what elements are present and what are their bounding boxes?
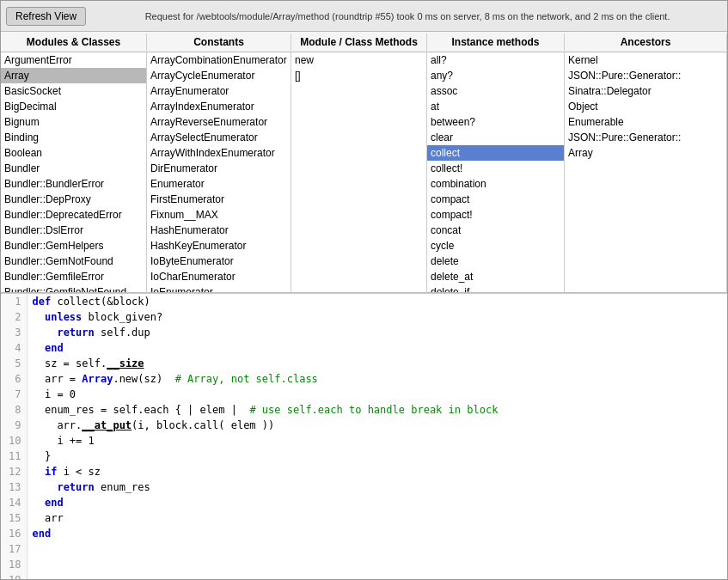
code-row: 10 i += 1 xyxy=(1,433,727,449)
line-number: 13 xyxy=(1,479,27,495)
line-content: arr xyxy=(27,510,727,526)
list-item[interactable]: clear xyxy=(427,130,564,145)
line-number: 16 xyxy=(1,526,27,541)
line-number: 18 xyxy=(1,557,27,572)
list-item[interactable]: between? xyxy=(427,114,564,130)
list-item[interactable]: Fixnum__MAX xyxy=(147,207,291,223)
line-number: 12 xyxy=(1,464,27,479)
class-methods-list[interactable]: new[] xyxy=(291,52,426,292)
code-row: 3 return self.dup xyxy=(1,325,727,340)
list-item[interactable]: Bignum xyxy=(1,114,146,130)
list-item[interactable]: Sinatra::Delegator xyxy=(565,83,726,99)
list-item[interactable]: [] xyxy=(291,68,426,83)
line-number: 15 xyxy=(1,510,27,526)
list-item[interactable]: IoEnumerator xyxy=(147,284,291,292)
list-item[interactable]: Enumerator xyxy=(147,176,291,192)
list-item[interactable]: Kernel xyxy=(565,52,726,68)
constants-list[interactable]: ArrayCombinationEnumeratorArrayCycleEnum… xyxy=(147,52,291,292)
list-item[interactable]: compact! xyxy=(427,207,564,223)
list-item[interactable]: IoCharEnumerator xyxy=(147,269,291,284)
line-content: unless block_given? xyxy=(27,309,727,325)
list-item[interactable]: Array xyxy=(565,145,726,161)
list-item[interactable]: Object xyxy=(565,99,726,114)
code-area[interactable]: 1def collect(&block)2 unless block_given… xyxy=(1,294,727,579)
list-item[interactable]: collect! xyxy=(427,161,564,176)
list-item[interactable]: assoc xyxy=(427,83,564,99)
list-item[interactable]: Bundler::DepProxy xyxy=(1,192,146,207)
list-item[interactable]: Bundler::DslError xyxy=(1,223,146,238)
list-item[interactable]: delete_at xyxy=(427,269,564,284)
list-item[interactable]: Array xyxy=(1,68,146,83)
list-item[interactable]: Bundler xyxy=(1,161,146,176)
list-item[interactable]: IoByteEnumerator xyxy=(147,253,291,269)
list-item[interactable]: DirEnumerator xyxy=(147,161,291,176)
list-item[interactable]: JSON::Pure::Generator:: xyxy=(565,68,726,83)
list-item[interactable]: delete xyxy=(427,253,564,269)
col-header-instance: Instance methods xyxy=(427,34,565,51)
list-item[interactable]: ArrayWithIndexEnumerator xyxy=(147,145,291,161)
list-item[interactable]: BasicSocket xyxy=(1,83,146,99)
list-item[interactable]: Enumerable xyxy=(565,114,726,130)
line-content: end xyxy=(27,495,727,510)
list-item[interactable]: ArgumentError xyxy=(1,52,146,68)
list-item[interactable]: Binding xyxy=(1,130,146,145)
list-item[interactable]: Bundler::GemHelpers xyxy=(1,238,146,253)
list-item[interactable]: ArrayCycleEnumerator xyxy=(147,68,291,83)
list-item[interactable]: ArrayCombinationEnumerator xyxy=(147,52,291,68)
column-headers: Modules & Classes Constants Module / Cla… xyxy=(1,32,727,52)
list-item[interactable]: compact xyxy=(427,192,564,207)
col-header-modules: Modules & Classes xyxy=(1,34,147,51)
code-row: 14 end xyxy=(1,495,727,510)
code-row: 8 enum_res = self.each { | elem | # use … xyxy=(1,402,727,418)
list-item[interactable]: Bundler::GemfileError xyxy=(1,269,146,284)
list-item[interactable]: collect xyxy=(427,145,564,161)
list-item[interactable]: Boolean xyxy=(1,145,146,161)
list-item[interactable]: ArraySelectEnumerator xyxy=(147,130,291,145)
list-item[interactable]: Bundler::DeprecatedError xyxy=(1,207,146,223)
code-row: 6 arr = Array.new(sz) # Array, not self.… xyxy=(1,371,727,387)
line-content xyxy=(27,541,727,557)
code-row: 9 arr.__at_put(i, block.call( elem )) xyxy=(1,418,727,433)
line-content: if i < sz xyxy=(27,464,727,479)
list-item[interactable]: Bundler::GemfileNotFound xyxy=(1,284,146,292)
list-item[interactable]: BigDecimal xyxy=(1,99,146,114)
list-item[interactable]: delete_if xyxy=(427,284,564,292)
line-content xyxy=(27,557,727,572)
top-bar: Refresh View Request for /webtools/modul… xyxy=(1,1,727,32)
list-item[interactable]: all? xyxy=(427,52,564,68)
line-content: i = 0 xyxy=(27,387,727,402)
line-number: 19 xyxy=(1,572,27,579)
list-item[interactable]: new xyxy=(291,52,426,68)
list-item[interactable]: FirstEnumerator xyxy=(147,192,291,207)
list-item[interactable]: Bundler::GemNotFound xyxy=(1,253,146,269)
list-item[interactable]: JSON::Pure::Generator:: xyxy=(565,130,726,145)
modules-list[interactable]: ArgumentErrorArrayBasicSocketBigDecimalB… xyxy=(1,52,146,292)
line-number: 11 xyxy=(1,449,27,464)
list-item[interactable]: HashEnumerator xyxy=(147,223,291,238)
ancestors-column: KernelJSON::Pure::Generator::Sinatra::De… xyxy=(565,52,727,292)
instance-methods-list[interactable]: all?any?assocatbetween?clearcollectcolle… xyxy=(427,52,564,292)
list-item[interactable]: any? xyxy=(427,68,564,83)
list-item[interactable]: HashKeyEnumerator xyxy=(147,238,291,253)
ancestors-list[interactable]: KernelJSON::Pure::Generator::Sinatra::De… xyxy=(565,52,726,292)
list-item[interactable]: ArrayEnumerator xyxy=(147,83,291,99)
refresh-button[interactable]: Refresh View xyxy=(6,7,86,26)
list-item[interactable]: Bundler::BundlerError xyxy=(1,176,146,192)
list-item[interactable]: ArrayReverseEnumerator xyxy=(147,114,291,130)
list-item[interactable]: cycle xyxy=(427,238,564,253)
instance-methods-column: all?any?assocatbetween?clearcollectcolle… xyxy=(427,52,565,292)
code-table: 1def collect(&block)2 unless block_given… xyxy=(1,294,727,579)
list-item[interactable]: ArrayIndexEnumerator xyxy=(147,99,291,114)
line-number: 9 xyxy=(1,418,27,433)
list-item[interactable]: concat xyxy=(427,223,564,238)
status-text: Request for /webtools/module/Array/metho… xyxy=(93,11,722,21)
line-content: return enum_res xyxy=(27,479,727,495)
line-content: def collect(&block) xyxy=(27,294,727,309)
col-header-constants: Constants xyxy=(147,34,291,51)
code-row: 4 end xyxy=(1,340,727,356)
line-content: end xyxy=(27,340,727,356)
main-container: Refresh View Request for /webtools/modul… xyxy=(0,0,728,580)
list-item[interactable]: at xyxy=(427,99,564,114)
line-number: 1 xyxy=(1,294,27,309)
list-item[interactable]: combination xyxy=(427,176,564,192)
